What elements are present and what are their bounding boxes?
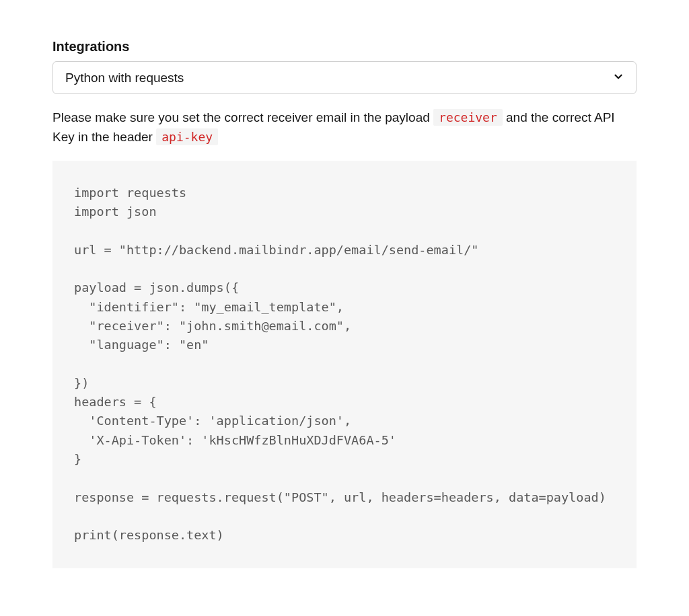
integration-dropdown[interactable]: Python with requests	[52, 61, 637, 94]
integration-dropdown-wrap: Python with requests	[52, 61, 637, 94]
inline-code-apikey: api-key	[156, 128, 218, 145]
description-text: Please make sure you set the correct rec…	[52, 108, 637, 147]
section-title: Integrations	[52, 39, 637, 54]
code-block: import requests import json url = "http:…	[52, 161, 637, 568]
description-part1: Please make sure you set the correct rec…	[52, 110, 433, 124]
code-content: import requests import json url = "http:…	[74, 184, 615, 545]
inline-code-receiver: receiver	[433, 109, 503, 126]
